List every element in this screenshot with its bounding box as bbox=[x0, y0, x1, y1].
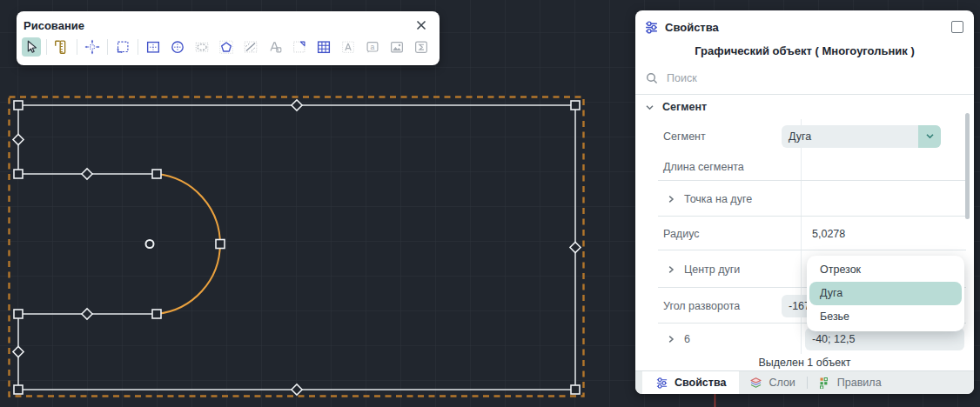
property-rows: Сегмент Дуга Длина сегмента Точка на дуг… bbox=[635, 119, 974, 354]
svg-text:a: a bbox=[370, 43, 374, 51]
image-tool-button[interactable] bbox=[387, 37, 406, 57]
tab-label: Свойства bbox=[675, 377, 726, 389]
property-row-segment-length: Длина сегмента bbox=[635, 153, 974, 181]
select-value: Дуга bbox=[782, 130, 811, 143]
image-icon bbox=[388, 38, 406, 56]
ellipse-icon bbox=[193, 38, 211, 56]
table-tool-button[interactable] bbox=[314, 37, 333, 57]
region-icon bbox=[291, 38, 308, 56]
expand-group[interactable]: 6 bbox=[635, 333, 777, 345]
panel-scrollbar[interactable] bbox=[965, 113, 970, 219]
segment-select[interactable]: Дуга bbox=[782, 125, 941, 148]
tab-separator bbox=[807, 377, 808, 389]
region-tool-button[interactable] bbox=[290, 37, 309, 57]
label-icon: a bbox=[364, 38, 381, 56]
sliders-icon bbox=[644, 20, 659, 35]
object-title: Графический объект ( Многоугольник ) bbox=[635, 40, 974, 63]
rules-icon bbox=[819, 377, 831, 389]
transform-frame-icon bbox=[114, 38, 131, 56]
panel-tabs: Свойства Слои Правила bbox=[635, 370, 974, 394]
row-label: Центр дуги bbox=[684, 264, 740, 276]
search-input[interactable] bbox=[665, 71, 963, 85]
dropdown-option-bezier[interactable]: Безье bbox=[809, 305, 962, 329]
select-tool-button[interactable] bbox=[22, 37, 41, 57]
formula-sigma-icon bbox=[413, 38, 430, 56]
measure-tool-button[interactable] bbox=[52, 37, 71, 57]
chevron-right-icon bbox=[667, 195, 675, 204]
circle-tool-button[interactable] bbox=[168, 37, 187, 57]
segment-dropdown-popup: Отрезок Дуга Безье bbox=[807, 256, 964, 331]
circle-icon bbox=[169, 38, 186, 56]
hatch-tool-button[interactable] bbox=[241, 37, 260, 57]
ellipse-tool-button[interactable] bbox=[192, 37, 211, 57]
tab-properties[interactable]: Свойства bbox=[642, 371, 739, 394]
layers-icon bbox=[749, 377, 762, 390]
row-label: Длина сегмента bbox=[635, 161, 777, 173]
chevron-down-icon bbox=[925, 131, 935, 141]
chevron-right-icon bbox=[667, 265, 675, 274]
text-icon bbox=[339, 38, 357, 56]
dropdown-option-line[interactable]: Отрезок bbox=[809, 258, 962, 282]
rectangle-tool-button[interactable] bbox=[144, 37, 163, 57]
search-icon bbox=[646, 72, 658, 84]
text-tool-button[interactable] bbox=[339, 37, 358, 57]
tab-label: Правила bbox=[837, 377, 882, 389]
select-chevron-button[interactable] bbox=[918, 125, 941, 148]
property-row-segment: Сегмент Дуга bbox=[635, 119, 974, 153]
tab-rules[interactable]: Правила bbox=[809, 371, 892, 394]
search-row bbox=[635, 63, 974, 95]
expand-group[interactable]: Точка на дуге bbox=[635, 193, 777, 205]
close-icon[interactable] bbox=[414, 18, 428, 32]
ruler-icon bbox=[53, 38, 70, 56]
toolbar-separator bbox=[138, 39, 138, 55]
row-value[interactable]: 5,0278 bbox=[805, 228, 845, 240]
toolbar-separator bbox=[77, 39, 77, 55]
section-header-segment[interactable]: Сегмент bbox=[635, 95, 974, 119]
row-label: Сегмент bbox=[635, 130, 777, 143]
properties-panel: Свойства Графический объект ( Многоуголь… bbox=[635, 10, 974, 394]
toolbar-separator bbox=[46, 39, 47, 55]
drawing-toolbar: Рисование bbox=[17, 11, 440, 65]
tab-layers[interactable]: Слои bbox=[739, 371, 805, 394]
property-row-radius: Радиус 5,0278 bbox=[635, 217, 974, 250]
table-icon bbox=[315, 38, 332, 56]
edit-points-tool-button[interactable] bbox=[83, 37, 102, 57]
text-path-icon bbox=[266, 38, 284, 56]
row-label: Точка на дуге bbox=[684, 193, 752, 205]
detach-panel-button[interactable] bbox=[951, 21, 963, 33]
dropdown-option-arc-selected[interactable]: Дуга bbox=[809, 282, 962, 305]
sliders-icon bbox=[655, 377, 668, 390]
toolbar-title: Рисование bbox=[23, 19, 84, 32]
input-value: -40; 12,5 bbox=[805, 333, 855, 345]
transform-tool-button[interactable] bbox=[113, 37, 132, 57]
row-label: Угол разворота bbox=[635, 300, 777, 312]
chevron-right-icon bbox=[667, 335, 675, 344]
polygon-tool-button[interactable] bbox=[217, 37, 236, 57]
tab-label: Слои bbox=[769, 377, 795, 389]
toolbar-separator bbox=[107, 39, 108, 55]
move-points-icon bbox=[84, 38, 101, 56]
text-along-path-tool-button[interactable] bbox=[265, 37, 285, 57]
formula-tool-button[interactable] bbox=[412, 37, 431, 57]
chevron-down-icon bbox=[645, 103, 654, 112]
selection-status: Выделен 1 объект bbox=[635, 354, 974, 370]
hatch-line-icon bbox=[242, 38, 259, 56]
property-row-point-on-arc: Точка на дуге bbox=[635, 181, 974, 217]
label-tool-button[interactable]: a bbox=[363, 37, 382, 57]
row-label: 6 bbox=[684, 333, 690, 345]
panel-header: Свойства bbox=[635, 10, 974, 40]
expand-group[interactable]: Центр дуги bbox=[635, 264, 777, 276]
panel-title: Свойства bbox=[665, 21, 719, 34]
cursor-icon bbox=[23, 38, 40, 56]
polygon-icon bbox=[218, 38, 235, 56]
rectangle-icon bbox=[144, 38, 162, 56]
section-label: Сегмент bbox=[662, 101, 707, 113]
row-label: Радиус bbox=[635, 228, 777, 240]
